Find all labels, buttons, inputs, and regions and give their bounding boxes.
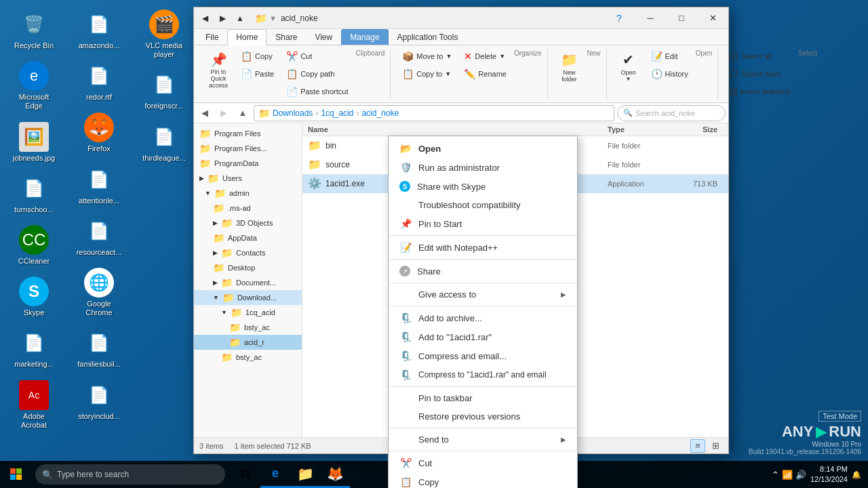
invert-selection-button[interactable]: ⊟ Invert selection [725,83,795,100]
ctx-copy[interactable]: 📋 Copy [389,472,577,488]
desktop-icon-chrome[interactable]: 🌐 Google Chrome [72,265,126,320]
tab-home[interactable]: Home [227,29,267,45]
desktop-icon-jobneeds[interactable]: 🖼️ jobneeds.jpg [7,119,61,165]
ctx-pin-taskbar[interactable]: Pin to taskbar [389,389,577,407]
addr-back-button[interactable]: ◀ [197,105,213,121]
details-view-button[interactable]: ≡ [690,439,705,453]
edit-button[interactable]: 📝 Edit [646,48,693,64]
ctx-restore-versions[interactable]: Restore previous versions [389,407,577,426]
desktop-icon-firefox[interactable]: 🦊 Firefox [72,110,126,156]
pin-quick-access-button[interactable]: 📌 Pin to Quick access [203,48,233,93]
desktop-icon-turnschool[interactable]: 📄 turnschoo... [7,171,61,217]
notification-icon[interactable]: 🔔 [852,470,861,479]
open-button[interactable]: ✔ Open ▼ [614,48,644,85]
taskbar-search-box[interactable]: 🔍 Type here to search [35,464,225,485]
paste-button[interactable]: 📄 Paste [236,66,279,82]
sidebar-item-programdata[interactable]: 📁 ProgramData [194,156,302,171]
sidebar-item-3d-objects[interactable]: ▶ 📁 3D Objects [194,216,302,230]
tray-up-arrow[interactable]: ⌃ [772,470,779,480]
desktop-icon-skype[interactable]: S Skype [7,274,61,320]
ctx-compress-1acid1-email[interactable]: 🗜️ Compress to "1acid1.rar" and email [389,365,577,384]
sidebar-item-acid-r[interactable]: 📁 acid_r [194,335,302,350]
sidebar-item-documents[interactable]: ▶ 📁 Document... [194,275,302,290]
tab-view[interactable]: View [306,29,341,45]
sidebar-item-users[interactable]: ▶ 📁 Users [194,171,302,186]
maximize-button[interactable]: □ [666,7,697,29]
tab-share[interactable]: Share [267,29,306,45]
minimize-button[interactable]: ─ [635,7,666,29]
ctx-give-access[interactable]: Give access to ▶ [389,285,577,304]
ctx-add-1acid1-rar[interactable]: 🗜️ Add to "1acid1.rar" [389,327,577,346]
addr-up-button[interactable]: ▲ [235,105,251,121]
desktop-icon-adobe[interactable]: Ac Adobe Acrobat [7,378,61,432]
addr-forward-button[interactable]: ▶ [216,105,232,121]
rename-button[interactable]: ✏️ Rename [459,66,511,82]
sidebar-item-bsty-ac[interactable]: 📁 bsty_ac [194,320,302,335]
tab-file[interactable]: File [197,29,227,45]
start-button[interactable] [0,461,33,488]
taskbar-time[interactable]: 8:14 PM 12/13/2024 [810,464,848,485]
help-button[interactable]: ? [604,7,635,29]
sidebar-item-bsty-ac2[interactable]: 📁 bsty_ac [194,350,302,365]
delete-button[interactable]: ✕ Delete ▼ [459,48,511,64]
close-button[interactable]: ✕ [697,7,728,29]
history-button[interactable]: 🕐 History [646,66,693,82]
address-path[interactable]: 📁 Downloads › 1cq_acid › acid_noke [254,105,614,121]
sidebar-item-ms-ad[interactable]: 📁 .ms-ad [194,201,302,216]
header-name[interactable]: Name [308,125,608,134]
sidebar-item-program-files-x86[interactable]: 📁 Program Files... [194,141,302,156]
back-button[interactable]: ◀ [197,10,213,26]
large-icons-view-button[interactable]: ⊞ [708,439,723,453]
new-folder-button[interactable]: 📁 New folder [555,48,585,86]
sidebar-item-1cq-acid[interactable]: ▼ 📁 1cq_acid [194,305,302,320]
desktop-icon-familiesbuil[interactable]: 📄 familiesbuil... [72,325,126,371]
paste-shortcut-button[interactable]: 📄 Paste shortcut [281,83,353,100]
desktop-icon-marketing[interactable]: 📄 marketing... [7,325,61,371]
ctx-compress-email[interactable]: 🗜️ Compress and email... [389,346,577,365]
ctx-add-archive[interactable]: 🗜️ Add to archive... [389,308,577,327]
sidebar-item-desktop[interactable]: 📁 Desktop [194,260,302,275]
desktop-icon-vlc[interactable]: 🎬 VLC media player [137,7,191,62]
tab-application-tools[interactable]: Application Tools [389,29,467,45]
copy-to-button[interactable]: 📋 Copy to ▼ [397,66,456,82]
select-all-button[interactable]: ☑ Select all [725,48,795,64]
addr-crumb-downloads[interactable]: Downloads [273,108,313,118]
up-button[interactable]: ▲ [232,10,248,26]
ctx-share[interactable]: ↗ Share [389,262,577,281]
ctx-share-skype[interactable]: S Share with Skype [389,177,577,196]
sidebar-item-contacts[interactable]: ▶ 📁 Contacts [194,245,302,260]
copy-path-button[interactable]: 📋 Copy path [281,66,353,82]
taskbar-task-view[interactable]: ⧉ [231,461,260,488]
desktop-icon-foreignscr[interactable]: 📄 foreignscr... [137,67,191,113]
desktop-icon-recycle-bin[interactable]: 🗑️ Recycle Bin [7,7,61,53]
sidebar-item-downloads[interactable]: ▼ 📁 Download... [194,290,302,305]
desktop-icon-amazondo[interactable]: 📄 amazondo... [72,7,126,53]
desktop-icon-ccleaner[interactable]: CC CCleaner [7,222,61,268]
sidebar-item-admin[interactable]: ▼ 📁 admin [194,186,302,201]
addr-crumb-1cq[interactable]: 1cq_acid [321,108,353,118]
desktop-icon-storyinclud[interactable]: 📄 storyinclud... [72,378,126,424]
taskbar-firefox[interactable]: 🦊 [320,461,350,488]
select-none-button[interactable]: ☐ Select none [725,66,795,82]
tab-manage[interactable]: Manage [341,29,388,45]
ctx-run-admin[interactable]: 🛡️ Run as administrator [389,158,577,177]
copy-button[interactable]: 📋 Copy [236,48,279,64]
desktop-icon-thirdleague[interactable]: 📄 thirdleague... [137,119,191,165]
desktop-icon-resourceact[interactable]: 📄 resourceact... [72,214,126,260]
cut-button[interactable]: ✂️ Cut [281,48,353,64]
taskbar-edge[interactable]: e [260,461,290,488]
sidebar-item-program-files[interactable]: 📁 Program Files [194,126,302,141]
desktop-icon-attentionle[interactable]: 📄 attentionle... [72,162,126,208]
ctx-cut[interactable]: ✂️ Cut [389,453,577,472]
addr-crumb-acid[interactable]: acid_noke [361,108,399,118]
desktop-icon-edge[interactable]: e Microsoft Edge [7,58,61,113]
ctx-edit-notepad[interactable]: 📝 Edit with Notepad++ [389,238,577,257]
sidebar-item-appdata[interactable]: 📁 AppData [194,230,302,245]
search-box[interactable]: 🔍 Search acid_noke [617,105,726,121]
ctx-pin-start[interactable]: 📌 Pin to Start [389,214,577,233]
ctx-troubleshoot[interactable]: Troubleshoot compatibility [389,196,577,214]
taskbar-explorer[interactable]: 📁 [290,461,320,488]
ctx-send-to[interactable]: Send to ▶ [389,430,577,449]
desktop-icon-redor[interactable]: 📄 redor.rtf [72,58,126,104]
move-to-button[interactable]: 📦 Move to ▼ [397,48,456,64]
